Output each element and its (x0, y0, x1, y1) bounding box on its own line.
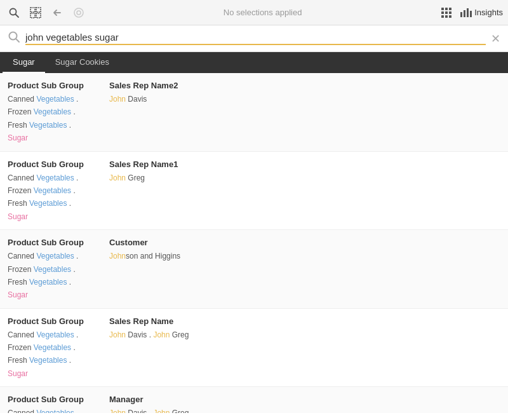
insights-button[interactable]: Insights (460, 8, 503, 17)
insights-label: Insights (474, 8, 503, 17)
svg-rect-10 (449, 8, 451, 10)
search-input[interactable] (25, 32, 486, 43)
svg-line-22 (16, 39, 19, 42)
left-col-title: Product Sub Group (8, 159, 102, 169)
svg-rect-5 (36, 13, 41, 18)
right-col-title: Sales Rep Name2 (109, 81, 500, 90)
left-col-title: Product Sub Group (8, 316, 102, 326)
selection-icon[interactable] (27, 4, 44, 22)
table-row: Product Sub Group Canned Vegetables .Fro… (0, 387, 508, 413)
svg-rect-16 (449, 15, 451, 18)
right-column: Manager John Davis . John Greg (109, 395, 500, 413)
svg-rect-11 (441, 11, 444, 14)
svg-rect-19 (467, 8, 469, 17)
tab-sugar-cookies[interactable]: Sugar Cookies (45, 52, 119, 73)
right-col-title: Manager (109, 395, 500, 404)
left-column: Product Sub Group Canned Vegetables .Fro… (8, 238, 109, 302)
right-col-values: John Davis . John Greg (109, 329, 500, 341)
right-column: Sales Rep Name1 John Greg (109, 159, 500, 224)
table-row: Product Sub Group Canned Vegetables .Fro… (0, 309, 508, 388)
svg-rect-18 (464, 10, 465, 17)
svg-rect-3 (36, 8, 41, 12)
svg-point-6 (74, 8, 83, 17)
left-col-values: Canned Vegetables .Frozen Vegetables .Fr… (8, 93, 102, 145)
svg-line-1 (16, 14, 19, 17)
svg-rect-12 (445, 11, 448, 14)
table-row: Product Sub Group Canned Vegetables .Fro… (0, 152, 508, 231)
right-col-values: Johnson and Higgins (109, 250, 500, 262)
right-col-values: John Davis . John Greg (109, 407, 500, 413)
left-column: Product Sub Group Canned Vegetables .Fro… (8, 159, 109, 224)
svg-rect-20 (470, 11, 472, 17)
right-col-title: Customer (109, 238, 500, 247)
left-col-values: Canned Vegetables .Frozen Vegetables .Fr… (8, 407, 102, 413)
toolbar: No selections applied Insights (0, 0, 508, 25)
right-col-title: Sales Rep Name (109, 316, 500, 326)
svg-point-7 (77, 11, 81, 15)
left-col-values: Canned Vegetables .Frozen Vegetables .Fr… (8, 250, 102, 302)
search-bar: ✕ (0, 25, 508, 52)
svg-rect-17 (460, 12, 462, 17)
toolbar-right: Insights (438, 4, 503, 22)
smart-icon[interactable] (70, 4, 88, 22)
no-selections-label: No selections applied (91, 8, 434, 17)
right-col-values: John Davis (109, 93, 500, 105)
table-row: Product Sub Group Canned Vegetables .Fro… (0, 230, 508, 309)
back-icon[interactable] (48, 4, 66, 22)
svg-rect-13 (449, 11, 451, 14)
tabs-bar: Sugar Sugar Cookies (0, 52, 508, 73)
show-more-container: Show me more (0, 413, 508, 420)
svg-rect-4 (30, 13, 35, 18)
table-row: Product Sub Group Canned Vegetables .Fro… (0, 73, 508, 152)
tab-sugar[interactable]: Sugar (3, 52, 45, 73)
left-col-title: Product Sub Group (8, 395, 102, 404)
left-column: Product Sub Group Canned Vegetables .Fro… (8, 395, 109, 413)
right-column: Sales Rep Name2 John Davis (109, 81, 500, 145)
results-container: Product Sub Group Canned Vegetables .Fro… (0, 73, 508, 413)
left-column: Product Sub Group Canned Vegetables .Fro… (8, 81, 109, 145)
left-col-values: Canned Vegetables .Frozen Vegetables .Fr… (8, 172, 102, 224)
grid-icon[interactable] (438, 4, 455, 22)
search-toolbar-icon[interactable] (5, 4, 23, 22)
svg-rect-14 (441, 15, 444, 18)
left-col-values: Canned Vegetables .Frozen Vegetables .Fr… (8, 329, 102, 381)
clear-icon[interactable]: ✕ (491, 32, 500, 46)
left-column: Product Sub Group Canned Vegetables .Fro… (8, 316, 109, 381)
right-col-values: John Greg (109, 172, 500, 184)
svg-rect-2 (30, 8, 35, 12)
left-col-title: Product Sub Group (8, 81, 102, 90)
svg-rect-9 (445, 8, 448, 10)
right-col-title: Sales Rep Name1 (109, 159, 500, 169)
right-column: Sales Rep Name John Davis . John Greg (109, 316, 500, 381)
left-col-title: Product Sub Group (8, 238, 102, 247)
right-column: Customer Johnson and Higgins (109, 238, 500, 302)
svg-rect-15 (445, 15, 448, 18)
search-bar-icon (8, 30, 20, 46)
svg-rect-8 (441, 8, 444, 10)
